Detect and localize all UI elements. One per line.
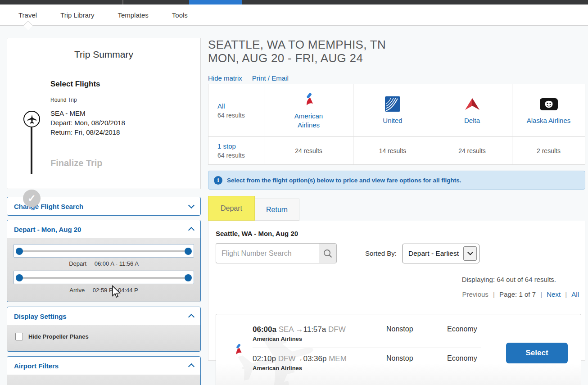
arrive-slider-min-handle[interactable] <box>16 274 23 281</box>
select-flight-button[interactable]: Select <box>506 343 568 363</box>
depart-slider-label: Depart 06:00 A - 11:56 A <box>14 260 194 267</box>
chevron-up-icon <box>188 227 194 233</box>
arrive-slider-max-handle[interactable] <box>185 274 192 281</box>
matrix-all-link[interactable]: All <box>217 102 225 110</box>
trip-summary-divider <box>50 147 193 147</box>
pagination: Previous | Page: 1 of 7 | Next | All <box>459 290 579 298</box>
nav-item-travel[interactable]: Travel <box>18 11 37 19</box>
segment2-airline: American Airlines <box>253 365 386 371</box>
segment2-dep-time: 02:10p <box>253 354 276 363</box>
nav-item-tools[interactable]: Tools <box>172 11 188 19</box>
segment-divider <box>253 348 481 348</box>
segment2-arr-time: 03:36p <box>303 354 326 363</box>
matrix-american-results-cell[interactable]: 24 results <box>264 137 353 164</box>
chevron-up-icon <box>188 314 194 320</box>
arrow-right-icon: → <box>296 325 303 334</box>
airport-filters-header[interactable]: Airport Filters <box>7 357 200 375</box>
chevron-down-icon <box>467 249 473 255</box>
pagination-next[interactable]: Next <box>547 290 561 298</box>
page-title-line1: SEATTLE, WA TO MEMPHIS, TN <box>208 38 585 51</box>
arrive-slider-label-text: Arrive <box>69 287 85 294</box>
delta-results-count: 24 results <box>458 147 486 154</box>
display-settings-title: Display Settings <box>14 313 67 320</box>
mouse-cursor-icon <box>111 285 121 299</box>
segment1-stops: Nonstop <box>386 325 447 333</box>
hide-matrix-link[interactable]: Hide matrix <box>208 74 242 82</box>
trip-route: SEA - MEM <box>50 109 193 118</box>
delta-logo-icon <box>464 95 480 113</box>
depart-filter-body: Depart 06:00 A - 11:56 A Arrive 02:59 P … <box>7 238 200 302</box>
matrix-american-cell[interactable]: American Airlines <box>264 84 353 136</box>
matrix-alaska-link[interactable]: Alaska Airlines <box>524 116 574 125</box>
depart-time-slider[interactable] <box>14 244 194 258</box>
search-row: Sorted By: Depart - Earliest <box>216 243 579 263</box>
top-bar <box>0 0 588 5</box>
step-select-flights: Select Flights <box>50 80 193 89</box>
trip-return-date: Return: Fri, 08/24/2018 <box>50 127 193 137</box>
matrix-united-cell[interactable]: United <box>353 84 432 136</box>
airport-filters-panel: Airport Filters Departure <box>7 356 201 385</box>
main-content: SEATTLE, WA TO MEMPHIS, TN MON, AUG 20 -… <box>208 38 585 361</box>
arrive-time-slider[interactable] <box>14 271 194 284</box>
segment1-airline: American Airlines <box>253 335 386 342</box>
flight-segment-outbound-1: 06:00a SEA →11:57a DFW American Airlines… <box>253 325 568 342</box>
display-settings-panel: Display Settings Hide Propeller Planes <box>7 307 201 352</box>
matrix-1stop-link[interactable]: 1 stop <box>217 142 236 150</box>
matrix-delta-cell[interactable]: Delta <box>432 84 512 136</box>
trip-type-label: Round Trip <box>50 97 193 103</box>
matrix-alaska-results-cell[interactable]: 2 results <box>512 137 585 164</box>
american-airlines-logo-icon <box>233 343 243 358</box>
airline-matrix: All 64 results American Airlines <box>208 84 585 165</box>
matrix-alaska-cell[interactable]: Alaska Airlines <box>512 84 585 136</box>
trip-summary-panel: Trip Summary Select Flights Round Trip S… <box>7 38 201 189</box>
matrix-american-link[interactable]: American Airlines <box>284 112 334 130</box>
matrix-united-link[interactable]: United <box>368 116 417 125</box>
matrix-1stop-cell[interactable]: 1 stop 64 results <box>208 137 264 164</box>
depart-filter-header[interactable]: Depart - Mon, Aug 20 <box>7 220 200 238</box>
american-airlines-logo-icon <box>303 91 315 108</box>
flight-number-search-input[interactable] <box>216 243 319 263</box>
alaska-results-count: 2 results <box>537 147 561 154</box>
united-results-count: 14 results <box>379 147 407 154</box>
tab-depart[interactable]: Depart <box>208 196 255 221</box>
timeline-rail <box>31 127 32 174</box>
flight-search-group <box>216 243 337 263</box>
sidebar: Trip Summary Select Flights Round Trip S… <box>7 38 201 385</box>
matrix-united-results-cell[interactable]: 14 results <box>353 137 432 164</box>
depart-slider-max-handle[interactable] <box>185 248 192 255</box>
display-settings-body: Hide Propeller Planes <box>7 325 200 351</box>
matrix-all-cell[interactable]: All 64 results <box>208 84 264 136</box>
depart-slider-label-text: Depart <box>69 260 86 267</box>
segment2-dep-code: DFW <box>278 354 296 363</box>
nav-item-trip-library[interactable]: Trip Library <box>60 11 94 19</box>
sort-group: Sorted By: Depart - Earliest <box>365 244 479 263</box>
sort-select[interactable]: Depart - Earliest <box>402 244 479 263</box>
check-step-icon <box>23 190 41 207</box>
segment2-times: 02:10p DFW→03:36p MEM American Airlines <box>253 354 386 371</box>
trip-summary-title: Trip Summary <box>7 49 200 60</box>
flight-option-card: ✈ 06:00a SEA →11:57a DFW American Airlin… <box>216 314 581 385</box>
segment1-times: 06:00a SEA →11:57a DFW American Airlines <box>253 325 386 342</box>
segment2-stops: Nonstop <box>386 354 447 362</box>
dropdown-arrow-box <box>463 246 477 261</box>
matrix-all-count: 64 results <box>217 112 245 119</box>
arrow-right-icon: → <box>295 354 303 363</box>
matrix-delta-results-cell[interactable]: 24 results <box>432 137 512 164</box>
matrix-delta-link[interactable]: Delta <box>448 116 497 125</box>
pagination-separator: | <box>493 290 495 298</box>
nav-item-templates[interactable]: Templates <box>118 11 148 19</box>
info-banner: Select from the flight option(s) below t… <box>208 171 585 190</box>
print-email-link[interactable]: Print / Email <box>252 74 289 82</box>
hide-propeller-row: Hide Propeller Planes <box>14 331 194 347</box>
page-title: SEATTLE, WA TO MEMPHIS, TN MON, AUG 20 -… <box>208 38 585 65</box>
search-button[interactable] <box>319 243 337 263</box>
airplane-icon <box>27 114 37 125</box>
display-settings-header[interactable]: Display Settings <box>7 307 200 325</box>
segment2-arr-code: MEM <box>329 354 347 363</box>
depart-slider-min-handle[interactable] <box>16 248 23 255</box>
american-results-count: 24 results <box>295 147 322 154</box>
hide-propeller-checkbox[interactable] <box>15 333 23 340</box>
pagination-all[interactable]: All <box>571 290 579 298</box>
tab-return[interactable]: Return <box>255 199 299 221</box>
airport-filters-body: Departure <box>7 375 200 385</box>
